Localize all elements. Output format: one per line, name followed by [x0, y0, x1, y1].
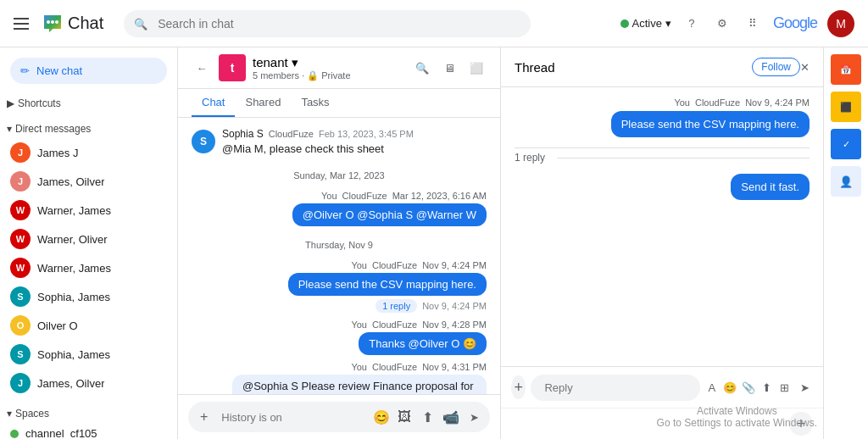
app-logo: Chat: [41, 12, 103, 36]
active-status[interactable]: Active ▾: [620, 17, 671, 30]
chat-messages: SSophia SCloudFuzeFeb 13, 2023, 3:45 PM@…: [178, 118, 500, 394]
upload-icon[interactable]: ⬆: [419, 405, 437, 429]
sidebar-item-space[interactable]: channel_cf105: [0, 423, 170, 439]
reply-badge[interactable]: 1 reply: [376, 299, 417, 313]
tab-tasks[interactable]: Tasks: [291, 89, 339, 117]
sidebar-item-dm[interactable]: JJames, Oilver: [0, 369, 170, 397]
send-button[interactable]: ➤: [465, 405, 483, 429]
tab-shared[interactable]: Shared: [235, 89, 291, 117]
spaces-label: Spaces: [15, 408, 49, 420]
sidebar-item-dm[interactable]: SSophia, James: [0, 282, 170, 311]
follow-button[interactable]: Follow: [752, 58, 800, 76]
back-button[interactable]: ←: [192, 58, 212, 78]
message-group: YouCloudFuzeNov 9, 4:31 PM@Sophia S Plea…: [192, 362, 487, 394]
rp-icon-person[interactable]: 👤: [831, 166, 861, 197]
apps-icon[interactable]: ⠿: [743, 14, 763, 34]
active-label: Active: [632, 17, 662, 30]
sidebar-item-dm[interactable]: SSophia, James: [0, 340, 170, 369]
sidebar-item-dm[interactable]: WWarner, James: [0, 253, 170, 282]
chat-panel: ← t tenant ▾ 5 members · 🔒 Private 🔍 🖥 ⬜: [178, 47, 501, 439]
sidebar: ✏ New chat ▶ Shortcuts ▾ Direct messages…: [0, 47, 178, 439]
sidebar-item-dm[interactable]: OOilver O: [0, 311, 170, 340]
thread-time1: Nov 9, 4:24 PM: [745, 97, 810, 108]
rp-icon-yellow[interactable]: ⬛: [831, 92, 861, 122]
settings-icon[interactable]: ⚙: [712, 14, 732, 34]
thread-header: Thread Follow ✕: [501, 47, 823, 87]
thread-title: Thread: [515, 60, 745, 75]
message-text: @Mia M, please check this sheet: [222, 142, 487, 157]
chat-input[interactable]: [218, 408, 367, 427]
sidebar-item-dm[interactable]: JJames, Oilver: [0, 167, 170, 196]
topbar: Chat 🔍 Active ▾ ? ⚙ ⠿ Google M: [0, 0, 868, 47]
activate-line2: Go to Settings to activate Windows.: [657, 417, 817, 429]
close-button[interactable]: ✕: [800, 61, 810, 74]
video-icon[interactable]: 🖥: [439, 58, 459, 78]
svg-point-1: [47, 20, 50, 24]
svg-point-2: [51, 20, 54, 24]
thread-add-button[interactable]: +: [511, 375, 526, 399]
spaces-header[interactable]: ▾ Spaces: [0, 404, 177, 423]
message-group: YouCloudFuzeNov 9, 4:28 PMThanks @Oilver…: [192, 320, 487, 355]
thread-clip-icon[interactable]: 📎: [742, 377, 755, 397]
dropdown-icon[interactable]: ▾: [292, 55, 298, 70]
topbar-left: Chat: [14, 12, 103, 36]
search-chat-icon[interactable]: 🔍: [412, 58, 432, 78]
member-count: 5 members: [253, 70, 299, 81]
privacy-label: Private: [321, 70, 350, 81]
sidebar-item-dm[interactable]: WWarner, James: [0, 196, 170, 225]
rp-icon-calendar[interactable]: 📅: [831, 54, 861, 85]
spaces-section: ▾ Spaces channel_cf105tenanttest_755norm…: [0, 401, 177, 439]
tab-chat[interactable]: Chat: [192, 89, 235, 117]
message-bubble: Please send the CSV mapping here.: [288, 273, 487, 296]
shortcuts-header[interactable]: ▶ Shortcuts: [0, 94, 177, 113]
dm-label: Direct messages: [15, 123, 91, 135]
chat-input-row: + 😊 🖼 ⬆ 📹 ➤: [188, 402, 490, 432]
sidebar-item-dm[interactable]: JJames J: [0, 138, 170, 167]
chat-header-icons: 🔍 🖥 ⬜: [412, 58, 487, 78]
chat-logo-icon: [41, 12, 64, 36]
rp-icon-blue[interactable]: ✓: [831, 129, 861, 159]
gif-icon[interactable]: 🖼: [396, 405, 414, 429]
thread-send-button[interactable]: ➤: [796, 374, 813, 401]
space-name: tenant: [253, 55, 288, 69]
thread-sender1: You: [674, 97, 690, 108]
meet-icon[interactable]: 📹: [442, 405, 459, 429]
thread-reply-input[interactable]: [531, 375, 700, 401]
emoji-icon[interactable]: 😊: [372, 405, 390, 429]
sidebar-item-dm[interactable]: WWarner, Oliver: [0, 225, 170, 253]
pencil-icon: ✏: [20, 64, 30, 77]
message-content: Sophia SCloudFuzeFeb 13, 2023, 3:45 PM@M…: [222, 128, 487, 157]
thread-bubble2: Send it fast.: [731, 174, 810, 200]
thread-messages: You CloudFuze Nov 9, 4:24 PM Please send…: [501, 87, 823, 366]
new-chat-label: New chat: [36, 64, 82, 77]
msg-header: YouCloudFuzeNov 9, 4:28 PM: [192, 320, 487, 330]
dm-header[interactable]: ▾ Direct messages: [0, 119, 177, 138]
dm-section: ▾ Direct messages JJames JJJames, Oilver…: [0, 116, 177, 401]
new-chat-button[interactable]: ✏ New chat: [10, 58, 167, 84]
thread-reply-area: + A 😊 📎 ⬆ ⊞ ➤: [501, 366, 823, 408]
message-group: YouCloudFuzeMar 12, 2023, 6:16 AM@Oilver…: [192, 191, 487, 226]
chat-header-info: tenant ▾ 5 members · 🔒 Private: [253, 55, 405, 81]
date-divider: Sunday, Mar 12, 2023: [192, 170, 487, 181]
chevron-down-icon: ▾: [7, 123, 12, 135]
hamburger-menu[interactable]: [14, 14, 34, 34]
message-bubble: @Sophia S Please review Finance proposal…: [232, 375, 487, 394]
topbar-right: Active ▾ ? ⚙ ⠿ Google M: [620, 10, 854, 37]
message-group: YouCloudFuzeNov 9, 4:24 PMPlease send th…: [192, 260, 487, 313]
thread-upload-icon[interactable]: ⬆: [760, 377, 773, 397]
thread-format-icon[interactable]: 😊: [723, 377, 737, 397]
thread-video-icon[interactable]: ⊞: [778, 377, 791, 397]
help-icon[interactable]: ?: [682, 14, 702, 34]
activate-line1: Activate Windows: [657, 405, 817, 417]
search-input[interactable]: [124, 10, 531, 37]
message-bubble: Thanks @Oilver O 😊: [359, 332, 487, 355]
msg-header: Sophia SCloudFuzeFeb 13, 2023, 3:45 PM: [222, 128, 487, 140]
search-icon: 🔍: [134, 17, 147, 30]
user-avatar[interactable]: M: [827, 10, 854, 37]
space-title: tenant ▾: [253, 55, 405, 70]
reply-count: 1 reply: [515, 152, 545, 164]
thread-emoji-icon[interactable]: A: [705, 377, 718, 397]
add-icon[interactable]: +: [195, 405, 213, 429]
msg-header: YouCloudFuzeMar 12, 2023, 6:16 AM: [192, 191, 487, 201]
more-icon[interactable]: ⬜: [466, 58, 487, 78]
